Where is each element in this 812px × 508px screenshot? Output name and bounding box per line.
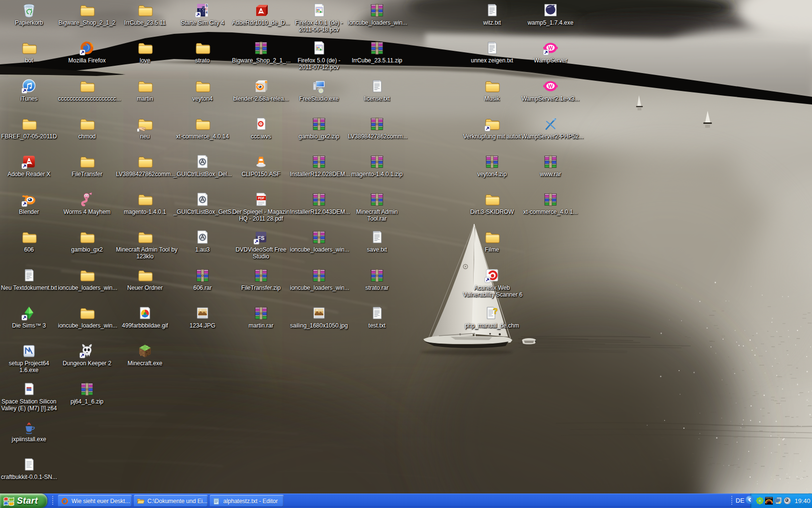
- svg-text:TERRATEC: TERRATEC: [766, 497, 772, 499]
